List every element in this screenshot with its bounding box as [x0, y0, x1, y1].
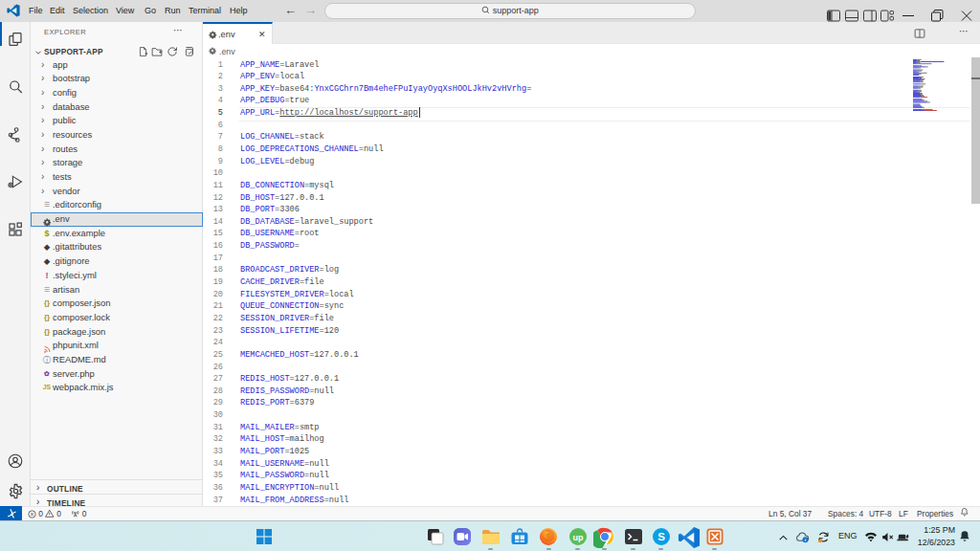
svg-text:S: S: [657, 531, 665, 542]
svg-text:up: up: [572, 533, 583, 542]
